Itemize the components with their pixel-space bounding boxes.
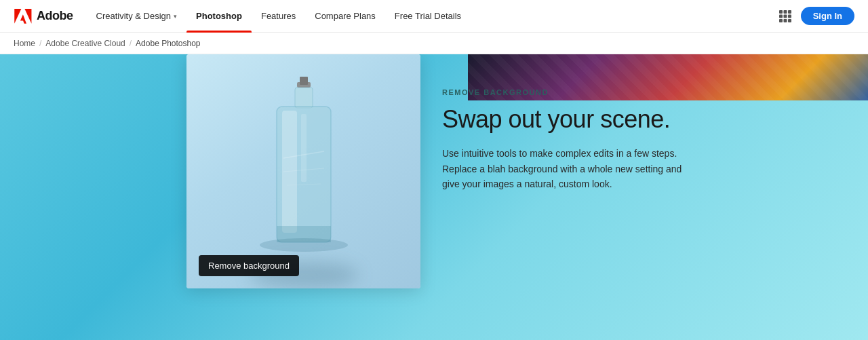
- svg-rect-2: [788, 10, 791, 14]
- nav-item-compare-plans[interactable]: Compare Plans: [305, 0, 385, 33]
- svg-point-19: [260, 238, 348, 252]
- nav-item-photoshop[interactable]: Photoshop: [186, 0, 252, 33]
- hero-description: Use intuitive tools to make complex edit…: [442, 146, 693, 191]
- apps-grid-icon[interactable]: [779, 10, 791, 22]
- sign-in-button[interactable]: Sign In: [801, 7, 854, 25]
- adobe-wordmark: Adobe: [37, 9, 73, 23]
- breadcrumb: Home / Adobe Creative Cloud / Adobe Phot…: [0, 33, 868, 54]
- nav-right: Sign In: [779, 7, 854, 25]
- svg-rect-5: [788, 14, 791, 18]
- svg-rect-11: [295, 88, 313, 108]
- svg-rect-14: [301, 114, 307, 182]
- nav-items: Creativity & Design ▾ Photoshop Features…: [87, 0, 779, 33]
- breadcrumb-separator-2: /: [130, 39, 132, 48]
- breadcrumb-current-page: Adobe Photoshop: [136, 39, 200, 48]
- svg-rect-8: [788, 19, 791, 22]
- adobe-logo-icon: [14, 9, 33, 24]
- perfume-bottle-illustration: [236, 77, 372, 267]
- nav-item-creativity[interactable]: Creativity & Design ▾: [87, 0, 187, 33]
- nav-item-features[interactable]: Features: [252, 0, 305, 33]
- svg-rect-10: [300, 77, 308, 85]
- svg-rect-7: [783, 19, 787, 22]
- main-nav: Adobe Creativity & Design ▾ Photoshop Fe…: [0, 0, 868, 33]
- adobe-logo-link[interactable]: Adobe: [14, 9, 73, 24]
- svg-rect-3: [779, 14, 783, 18]
- product-card-inner: [186, 54, 420, 288]
- product-image-card: Remove background: [186, 54, 420, 288]
- breadcrumb-home[interactable]: Home: [14, 39, 35, 48]
- svg-rect-0: [779, 10, 783, 14]
- hero-text-panel: REMOVE BACKGROUND Swap out your scene. U…: [442, 88, 713, 191]
- breadcrumb-creative-cloud[interactable]: Adobe Creative Cloud: [45, 39, 125, 48]
- chevron-down-icon: ▾: [174, 13, 177, 20]
- hero-title: Swap out your scene.: [442, 105, 713, 134]
- breadcrumb-separator-1: /: [39, 39, 41, 48]
- nav-item-free-trial[interactable]: Free Trial Details: [385, 0, 471, 33]
- svg-rect-6: [779, 19, 783, 22]
- feature-tag: REMOVE BACKGROUND: [442, 88, 713, 96]
- remove-background-label: Remove background: [199, 255, 299, 276]
- svg-rect-1: [783, 10, 787, 14]
- svg-rect-4: [783, 14, 787, 18]
- hero-section: Remove background REMOVE BACKGROUND Swap…: [0, 54, 868, 340]
